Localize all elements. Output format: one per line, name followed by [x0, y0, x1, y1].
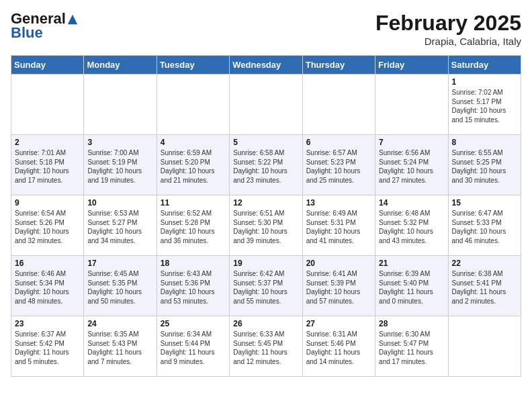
day-number: 18	[161, 259, 226, 268]
day-number: 10	[87, 198, 152, 208]
day-info: Sunrise: 6:55 AM Sunset: 5:25 PM Dayligh…	[452, 148, 517, 185]
svg-marker-0	[68, 15, 77, 24]
calendar-cell: 26Sunrise: 6:33 AM Sunset: 5:45 PM Dayli…	[230, 316, 302, 377]
day-info: Sunrise: 6:35 AM Sunset: 5:43 PM Dayligh…	[87, 330, 152, 366]
day-info: Sunrise: 6:54 AM Sunset: 5:26 PM Dayligh…	[15, 209, 80, 245]
day-number: 20	[306, 259, 371, 268]
calendar-cell: 4Sunrise: 6:59 AM Sunset: 5:20 PM Daylig…	[157, 135, 229, 195]
day-info: Sunrise: 6:48 AM Sunset: 5:32 PM Dayligh…	[379, 209, 444, 245]
day-info: Sunrise: 7:01 AM Sunset: 5:18 PM Dayligh…	[15, 148, 80, 185]
day-info: Sunrise: 6:59 AM Sunset: 5:20 PM Dayligh…	[161, 148, 226, 185]
day-number: 8	[452, 138, 517, 147]
calendar-cell: 23Sunrise: 6:37 AM Sunset: 5:42 PM Dayli…	[11, 316, 84, 377]
calendar-table: SundayMondayTuesdayWednesdayThursdayFrid…	[11, 55, 521, 377]
location: Drapia, Calabria, Italy	[375, 36, 521, 47]
calendar-cell: 24Sunrise: 6:35 AM Sunset: 5:43 PM Dayli…	[84, 316, 157, 377]
day-number: 5	[233, 138, 298, 147]
calendar-cell: 13Sunrise: 6:49 AM Sunset: 5:31 PM Dayli…	[302, 195, 375, 256]
calendar-cell: 22Sunrise: 6:38 AM Sunset: 5:41 PM Dayli…	[448, 256, 521, 316]
day-number: 26	[233, 319, 298, 328]
day-info: Sunrise: 6:43 AM Sunset: 5:36 PM Dayligh…	[161, 269, 226, 306]
day-number: 24	[87, 319, 152, 328]
calendar-cell: 9Sunrise: 6:54 AM Sunset: 5:26 PM Daylig…	[11, 195, 84, 256]
calendar-cell: 17Sunrise: 6:45 AM Sunset: 5:35 PM Dayli…	[84, 256, 157, 316]
day-number: 19	[233, 259, 298, 268]
day-number: 2	[15, 138, 80, 147]
calendar-cell	[302, 75, 375, 135]
day-number: 12	[233, 198, 298, 208]
calendar-cell: 19Sunrise: 6:42 AM Sunset: 5:37 PM Dayli…	[230, 256, 302, 316]
calendar-cell: 21Sunrise: 6:39 AM Sunset: 5:40 PM Dayli…	[375, 256, 448, 316]
day-number: 7	[379, 138, 444, 147]
day-number: 6	[306, 138, 371, 147]
calendar-cell: 28Sunrise: 6:30 AM Sunset: 5:47 PM Dayli…	[375, 316, 448, 377]
day-info: Sunrise: 6:49 AM Sunset: 5:31 PM Dayligh…	[306, 209, 371, 245]
calendar-cell	[230, 75, 302, 135]
day-number: 15	[452, 198, 517, 208]
day-info: Sunrise: 6:33 AM Sunset: 5:45 PM Dayligh…	[233, 330, 298, 366]
calendar-cell: 8Sunrise: 6:55 AM Sunset: 5:25 PM Daylig…	[448, 135, 521, 195]
calendar-cell: 10Sunrise: 6:53 AM Sunset: 5:27 PM Dayli…	[84, 195, 157, 256]
weekday-header-wednesday: Wednesday	[230, 56, 302, 75]
day-info: Sunrise: 6:46 AM Sunset: 5:34 PM Dayligh…	[15, 269, 80, 306]
day-info: Sunrise: 6:45 AM Sunset: 5:35 PM Dayligh…	[87, 269, 152, 306]
calendar-cell: 27Sunrise: 6:31 AM Sunset: 5:46 PM Dayli…	[302, 316, 375, 377]
day-number: 3	[87, 138, 152, 147]
day-info: Sunrise: 6:51 AM Sunset: 5:30 PM Dayligh…	[233, 209, 298, 245]
calendar-cell: 25Sunrise: 6:34 AM Sunset: 5:44 PM Dayli…	[157, 316, 229, 377]
day-info: Sunrise: 6:56 AM Sunset: 5:24 PM Dayligh…	[379, 148, 444, 185]
week-row-2: 2Sunrise: 7:01 AM Sunset: 5:18 PM Daylig…	[11, 135, 521, 195]
logo-icon	[66, 13, 79, 26]
day-info: Sunrise: 6:30 AM Sunset: 5:47 PM Dayligh…	[379, 330, 444, 366]
day-number: 21	[379, 259, 444, 268]
day-info: Sunrise: 6:34 AM Sunset: 5:44 PM Dayligh…	[161, 330, 226, 366]
page-header: General Blue February 2025 Drapia, Calab…	[11, 11, 521, 47]
day-number: 11	[161, 198, 226, 208]
day-number: 25	[161, 319, 226, 328]
day-info: Sunrise: 6:52 AM Sunset: 5:28 PM Dayligh…	[161, 209, 226, 245]
month-title: February 2025	[375, 11, 521, 36]
calendar-cell: 14Sunrise: 6:48 AM Sunset: 5:32 PM Dayli…	[375, 195, 448, 256]
week-row-1: 1Sunrise: 7:02 AM Sunset: 5:17 PM Daylig…	[11, 75, 521, 135]
day-number: 28	[379, 319, 444, 328]
logo: General Blue	[11, 11, 79, 42]
weekday-header-tuesday: Tuesday	[157, 56, 229, 75]
calendar-cell: 12Sunrise: 6:51 AM Sunset: 5:30 PM Dayli…	[230, 195, 302, 256]
day-info: Sunrise: 6:42 AM Sunset: 5:37 PM Dayligh…	[233, 269, 298, 306]
week-row-3: 9Sunrise: 6:54 AM Sunset: 5:26 PM Daylig…	[11, 195, 521, 256]
week-row-4: 16Sunrise: 6:46 AM Sunset: 5:34 PM Dayli…	[11, 256, 521, 316]
day-number: 17	[87, 259, 152, 268]
day-number: 13	[306, 198, 371, 208]
calendar-cell	[11, 75, 84, 135]
calendar-cell: 2Sunrise: 7:01 AM Sunset: 5:18 PM Daylig…	[11, 135, 84, 195]
day-info: Sunrise: 6:58 AM Sunset: 5:22 PM Dayligh…	[233, 148, 298, 185]
day-number: 4	[161, 138, 226, 147]
day-number: 22	[452, 259, 517, 268]
title-block: February 2025 Drapia, Calabria, Italy	[375, 11, 521, 47]
calendar-cell	[375, 75, 448, 135]
week-row-5: 23Sunrise: 6:37 AM Sunset: 5:42 PM Dayli…	[11, 316, 521, 377]
weekday-header-sunday: Sunday	[11, 56, 84, 75]
day-number: 9	[15, 198, 80, 208]
day-info: Sunrise: 6:53 AM Sunset: 5:27 PM Dayligh…	[87, 209, 152, 245]
calendar-cell: 5Sunrise: 6:58 AM Sunset: 5:22 PM Daylig…	[230, 135, 302, 195]
day-info: Sunrise: 7:00 AM Sunset: 5:19 PM Dayligh…	[87, 148, 152, 185]
calendar-cell: 3Sunrise: 7:00 AM Sunset: 5:19 PM Daylig…	[84, 135, 157, 195]
day-info: Sunrise: 6:47 AM Sunset: 5:33 PM Dayligh…	[452, 209, 517, 245]
calendar-cell	[84, 75, 157, 135]
weekday-header-row: SundayMondayTuesdayWednesdayThursdayFrid…	[11, 56, 521, 75]
calendar-cell: 20Sunrise: 6:41 AM Sunset: 5:39 PM Dayli…	[302, 256, 375, 316]
day-number: 16	[15, 259, 80, 268]
calendar-cell: 7Sunrise: 6:56 AM Sunset: 5:24 PM Daylig…	[375, 135, 448, 195]
day-number: 14	[379, 198, 444, 208]
weekday-header-monday: Monday	[84, 56, 157, 75]
day-info: Sunrise: 6:38 AM Sunset: 5:41 PM Dayligh…	[452, 269, 517, 306]
calendar-cell: 6Sunrise: 6:57 AM Sunset: 5:23 PM Daylig…	[302, 135, 375, 195]
day-number: 1	[452, 77, 517, 87]
calendar-cell	[448, 316, 521, 377]
day-info: Sunrise: 6:37 AM Sunset: 5:42 PM Dayligh…	[15, 330, 80, 366]
calendar-cell: 11Sunrise: 6:52 AM Sunset: 5:28 PM Dayli…	[157, 195, 229, 256]
day-info: Sunrise: 6:41 AM Sunset: 5:39 PM Dayligh…	[306, 269, 371, 306]
calendar-cell: 1Sunrise: 7:02 AM Sunset: 5:17 PM Daylig…	[448, 75, 521, 135]
calendar-cell: 15Sunrise: 6:47 AM Sunset: 5:33 PM Dayli…	[448, 195, 521, 256]
